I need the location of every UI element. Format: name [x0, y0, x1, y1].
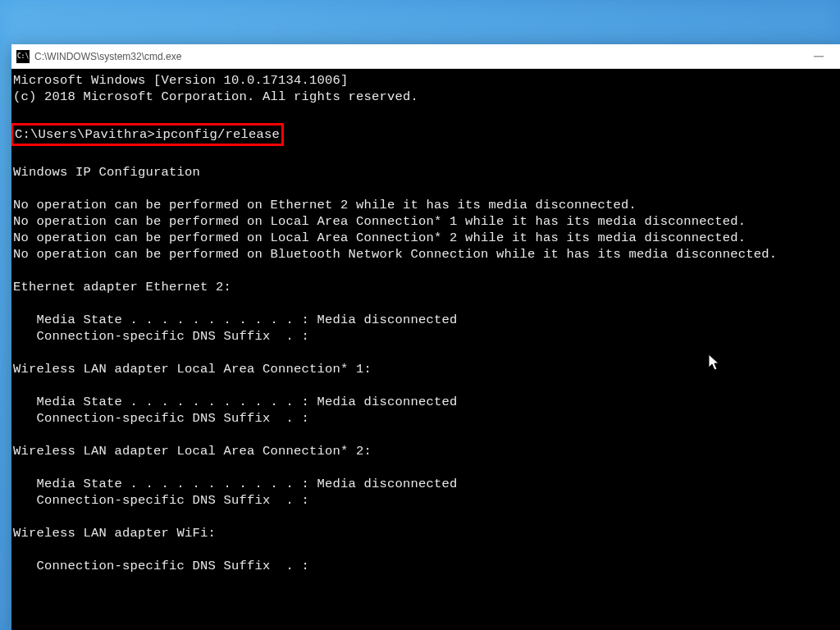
minimize-icon: [814, 56, 824, 57]
noop-line: No operation can be performed on Local A…: [13, 230, 838, 246]
version-line: Microsoft Windows [Version 10.0.17134.10…: [13, 72, 838, 89]
terminal-output[interactable]: Microsoft Windows [Version 10.0.17134.10…: [11, 69, 840, 630]
title-bar[interactable]: C:\ C:\WINDOWS\system32\cmd.exe: [11, 44, 840, 69]
ip-config-heading: Windows IP Configuration: [13, 164, 838, 180]
window-title: C:\WINDOWS\system32\cmd.exe: [34, 51, 800, 62]
noop-line: No operation can be performed on Bluetoo…: [13, 246, 838, 262]
cmd-icon-label: C:\: [17, 52, 29, 60]
blank-line: [13, 427, 838, 443]
blank-line: [13, 509, 838, 525]
adapter-detail: Connection-specific DNS Suffix . :: [13, 558, 838, 574]
blank-line: [13, 295, 838, 312]
blank-line: [13, 377, 838, 394]
adapter-title: Ethernet adapter Ethernet 2:: [13, 279, 838, 295]
noop-line: No operation can be performed on Local A…: [13, 213, 838, 230]
cmd-window: C:\ C:\WINDOWS\system32\cmd.exe Microsof…: [11, 44, 840, 630]
adapter-detail: Connection-specific DNS Suffix . :: [13, 410, 838, 427]
adapter-title: Wireless LAN adapter Local Area Connecti…: [13, 361, 838, 377]
cmd-icon: C:\: [16, 50, 30, 63]
minimize-button[interactable]: [800, 44, 837, 69]
blank-line: [13, 105, 838, 121]
blank-line: [13, 262, 838, 279]
svg-rect-0: [814, 56, 824, 57]
adapter-detail: Media State . . . . . . . . . . . : Medi…: [13, 394, 838, 410]
adapter-title: Wireless LAN adapter Local Area Connecti…: [13, 443, 838, 459]
adapter-detail: Connection-specific DNS Suffix . :: [13, 328, 838, 345]
command-highlight: C:\Users\Pavithra>ipconfig/release: [11, 123, 284, 146]
copyright-line: (c) 2018 Microsoft Corporation. All righ…: [13, 89, 838, 105]
adapter-detail: Connection-specific DNS Suffix . :: [13, 492, 838, 509]
adapter-detail: Media State . . . . . . . . . . . : Medi…: [13, 476, 838, 492]
blank-line: [13, 459, 838, 476]
adapter-detail: Media State . . . . . . . . . . . : Medi…: [13, 312, 838, 328]
blank-line: [13, 180, 838, 197]
blank-line: [13, 148, 838, 164]
blank-line: [13, 541, 838, 558]
noop-line: No operation can be performed on Etherne…: [13, 197, 838, 213]
prompt-command: C:\Users\Pavithra>ipconfig/release: [15, 127, 280, 142]
blank-line: [13, 345, 838, 361]
adapter-title: Wireless LAN adapter WiFi:: [13, 525, 838, 541]
